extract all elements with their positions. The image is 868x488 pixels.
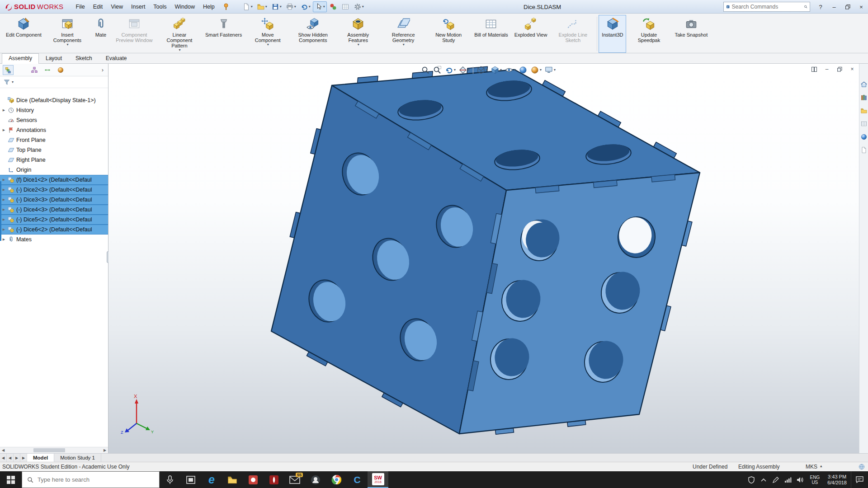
window-tile-button[interactable]	[808, 65, 820, 74]
print-button[interactable]: ▾	[284, 1, 298, 12]
previous-view-button[interactable]: ▾	[443, 65, 457, 75]
expand-icon[interactable]: ▶	[1, 128, 7, 132]
tab-motion-study-1[interactable]: Motion Study 1	[54, 454, 101, 462]
taskbar-search-input[interactable]	[38, 476, 155, 483]
restore-button[interactable]	[841, 0, 854, 14]
taskbar-app-acrobat[interactable]	[264, 471, 284, 488]
section-view-button[interactable]: ▾	[458, 65, 471, 75]
help-button[interactable]: ?	[814, 0, 827, 14]
expand-icon[interactable]: ▶	[1, 208, 7, 211]
language-indicator[interactable]: ENGUS	[807, 471, 824, 488]
options-button[interactable]: ▾	[352, 1, 366, 12]
tab-model[interactable]: Model	[27, 454, 54, 462]
unit-system-caret[interactable]: ▴	[820, 464, 822, 468]
expand-icon[interactable]: ▶	[1, 218, 7, 221]
expand-icon[interactable]: ▶	[1, 198, 7, 202]
ribbon-button-exploded-view[interactable]: Exploded View	[511, 15, 551, 53]
open-file-button[interactable]: ▾	[255, 1, 269, 12]
taskbar-search-box[interactable]	[22, 471, 160, 488]
tab-feature-manager[interactable]	[3, 65, 14, 75]
search-icon[interactable]	[804, 3, 808, 10]
cortana-mic-button[interactable]	[160, 471, 180, 488]
taskbar-app-chrome[interactable]	[326, 471, 347, 488]
tree-item-annotations[interactable]: ▶ Annotations	[0, 125, 108, 135]
search-scope-icon[interactable]	[726, 3, 730, 10]
apply-scene-dropdown[interactable]: ▾	[540, 68, 542, 72]
ribbon-button-assembly-features[interactable]: Assembly Features ▾	[335, 15, 381, 53]
taskbar-clock[interactable]: 3:43 PM6/4/2018	[823, 471, 851, 488]
tree-root-assembly[interactable]: Dice (Default<Display State-1>)	[0, 95, 108, 105]
scrollbar-thumb[interactable]	[33, 448, 65, 452]
tree-item-sensors[interactable]: Sensors	[0, 115, 108, 125]
ribbon-button-reference-geometry[interactable]: Reference Geometry ▾	[381, 15, 426, 53]
view-orientation-dropdown[interactable]: ▾	[486, 68, 488, 72]
open-dropdown[interactable]: ▾	[265, 5, 267, 9]
taskbar-app-blue-c[interactable]: C	[347, 471, 368, 488]
web-help-icon[interactable]	[858, 463, 865, 470]
rebuild-button[interactable]	[327, 1, 339, 12]
view-settings-button[interactable]: ▾	[543, 65, 557, 75]
taskbar-app-edge[interactable]: e	[201, 471, 222, 488]
start-button[interactable]	[0, 471, 22, 488]
reference-geometry-dropdown[interactable]: ▾	[403, 43, 405, 47]
insert-components-dropdown[interactable]: ▾	[66, 43, 68, 47]
edit-appearance-button[interactable]	[518, 65, 528, 75]
task-pane-design-library-icon[interactable]	[860, 94, 868, 101]
prev-tab-button[interactable]: ◀	[7, 454, 14, 462]
command-search-box[interactable]	[723, 2, 810, 12]
pen-icon[interactable]	[770, 471, 782, 488]
unit-system[interactable]: MKS	[806, 464, 817, 470]
menu-tools[interactable]: Tools	[149, 1, 170, 12]
action-center-button[interactable]	[851, 471, 868, 488]
tab-property-manager[interactable]	[16, 65, 27, 75]
tab-configuration-manager[interactable]	[29, 65, 40, 75]
task-pane-view-palette-icon[interactable]	[860, 120, 868, 127]
expand-icon[interactable]: ▶	[1, 238, 7, 241]
zoom-to-area-button[interactable]	[432, 65, 443, 75]
tab-layout[interactable]: Layout	[39, 53, 69, 63]
save-dropdown[interactable]: ▾	[280, 5, 282, 9]
move-component-dropdown[interactable]: ▾	[267, 43, 269, 47]
dice-model[interactable]	[108, 64, 868, 453]
print-dropdown[interactable]: ▾	[294, 5, 296, 9]
tree-item-top-plane[interactable]: Top Plane	[0, 145, 108, 155]
ribbon-button-linear-component-pattern[interactable]: Linear Component Pattern ▾	[157, 15, 202, 53]
close-button[interactable]: ×	[854, 0, 868, 14]
assembly-features-dropdown[interactable]: ▾	[358, 43, 359, 47]
task-pane-file-explorer-icon[interactable]	[860, 107, 868, 114]
previous-view-dropdown[interactable]: ▾	[454, 68, 456, 72]
ribbon-button-move-component[interactable]: Move Component ▾	[245, 15, 290, 53]
options-dropdown[interactable]: ▾	[362, 5, 364, 9]
filter-dropdown[interactable]: ▾	[12, 80, 14, 84]
tree-item-dice2[interactable]: ▶ (-) Dice2<3> (Default<<Defaul	[0, 185, 108, 195]
menu-file[interactable]: File	[72, 1, 89, 12]
expand-icon[interactable]: ▶	[1, 228, 7, 231]
taskbar-app-dark[interactable]	[305, 471, 326, 488]
undo-button[interactable]: ▾	[298, 1, 312, 12]
file-properties-button[interactable]	[340, 1, 351, 12]
task-view-button[interactable]	[180, 471, 201, 488]
tab-assembly[interactable]: Assembly	[2, 53, 39, 64]
menu-window[interactable]: Window	[171, 1, 199, 12]
tree-item-mates[interactable]: ▶ Mates	[0, 235, 108, 244]
tree-item-dice6[interactable]: ▶ (-) Dice6<2> (Default<<Defaul	[0, 225, 108, 235]
ribbon-button-edit-component[interactable]: Edit Component	[3, 15, 45, 53]
view-settings-dropdown[interactable]: ▾	[554, 68, 556, 72]
tree-item-front-plane[interactable]: Front Plane	[0, 135, 108, 145]
apply-scene-button[interactable]: ▾	[529, 65, 542, 75]
task-pane-resources-icon[interactable]	[860, 81, 868, 88]
taskbar-app-file-explorer[interactable]	[222, 471, 243, 488]
taskbar-app-store[interactable]	[243, 471, 264, 488]
document-close-button[interactable]: ×	[846, 65, 858, 74]
display-style-button[interactable]: ▾	[490, 65, 503, 75]
expand-icon[interactable]: ▶	[1, 178, 7, 182]
filter-icon[interactable]	[3, 79, 10, 86]
display-style-dropdown[interactable]: ▾	[500, 68, 502, 72]
ribbon-button-bill-of-materials[interactable]: Bill of Materials	[471, 15, 511, 53]
select-tool-button[interactable]: ▾	[313, 1, 327, 12]
menu-edit[interactable]: Edit	[89, 1, 107, 12]
ribbon-button-insert-components[interactable]: Insert Components ▾	[45, 15, 90, 53]
scroll-right-button[interactable]: ▶	[102, 448, 108, 452]
taskbar-app-mail[interactable]: 55	[284, 471, 305, 488]
tray-expand-icon[interactable]	[758, 471, 770, 488]
